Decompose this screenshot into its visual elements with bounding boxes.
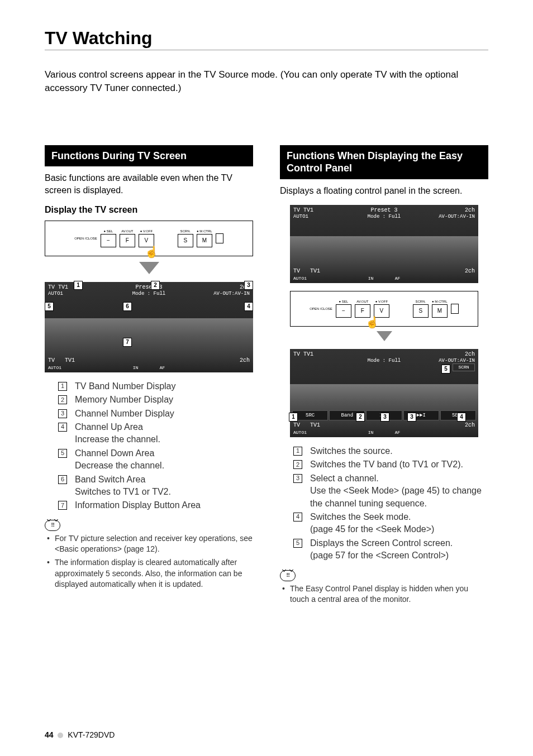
item-1-text: TV Band Number Display (75, 381, 176, 391)
item-5-text: Channel Down Area (75, 448, 154, 458)
lbl-scrn: SCRN. (180, 229, 191, 233)
sc-bot-2ch: 2ch (240, 357, 250, 363)
scrn-button[interactable]: SCRN (453, 363, 475, 371)
button-panel-diagram: OPEN /CLOSE ● SEL− AV.OUTF ● V.OFFV SCRN… (45, 221, 253, 274)
lbl-voff: ● V.OFF (140, 229, 153, 233)
item-2-text: Memory Number Display (75, 395, 173, 404)
page-number: 44 (45, 730, 54, 739)
btn-m[interactable]: M (197, 234, 212, 247)
r-callout-4: 4 (457, 413, 466, 422)
item-7-text: Information Display Button Area (75, 500, 201, 510)
model-number: KVT-729DVD (68, 730, 115, 739)
right-column: Functions When Displaying the Easy Contr… (280, 145, 488, 607)
ritem-5-sub: (page 57 for the <Screen Control>) (310, 549, 488, 562)
r2-bot-tv: TV (293, 422, 300, 428)
r2-ch: 2ch (465, 351, 475, 357)
sc-mode: Mode : Full (48, 291, 250, 296)
num-5: 5 (58, 449, 67, 458)
right-note-1: The Easy Control Panel display is hidden… (282, 583, 488, 605)
lbl2-voff: ● V.OFF (375, 300, 388, 303)
item-4-text: Channel Up Area (75, 422, 143, 432)
ritem-1-text: Switches the source. (310, 446, 393, 456)
num-2: 2 (58, 395, 67, 404)
r-callout-2: 2 (356, 413, 365, 422)
btn-s[interactable]: S (178, 234, 193, 247)
lbl-avout: AV.OUT (121, 229, 133, 233)
btn2-v[interactable]: V (374, 304, 389, 318)
lbl2-sel: ● SEL (339, 300, 349, 303)
left-section-header: Functions During TV Screen (45, 145, 253, 167)
r2-bot-2ch: 2ch (465, 422, 475, 428)
page-footer: 44 KVT-729DVD (45, 730, 115, 739)
page-title: TV Watching (45, 28, 488, 50)
r-callout-3b: 3 (407, 413, 416, 422)
ritem-3-sub: Use the <Seek Mode> (page 45) to change … (310, 485, 488, 510)
left-lead: Basic functions are available even when … (45, 172, 253, 197)
callout-7: 7 (123, 338, 132, 347)
callout-5: 5 (45, 302, 54, 311)
r-callout-1: 1 (289, 413, 298, 422)
rnum-5: 5 (293, 539, 302, 548)
item-6-sub: Switches to TV1 or TV2. (75, 486, 253, 498)
rnum-2: 2 (293, 460, 302, 469)
left-item-list: 1TV Band Number Display 2Memory Number D… (58, 380, 253, 512)
lbl2-open: OPEN /CLOSE (310, 307, 332, 310)
left-subhead: Display the TV screen (45, 205, 253, 215)
sc-in: IN (133, 365, 139, 370)
footer-dot-icon (58, 733, 63, 738)
lbl-mctrl: ● M.CTRL (197, 229, 212, 233)
ritem-4-sub: (page 45 for the <Seek Mode>) (310, 523, 488, 535)
item-3-text: Channel Number Display (75, 409, 174, 418)
arrow-down-icon (139, 262, 159, 274)
lbl-open: OPEN /CLOSE (74, 237, 97, 240)
item-5-sub: Decrease the channel. (75, 460, 253, 472)
btn2-m[interactable]: M (432, 304, 448, 318)
r2-af: AF (395, 430, 401, 435)
item-6-text: Band Switch Area (75, 475, 145, 484)
btn-minus[interactable]: − (101, 234, 116, 247)
right-screen-2: TV TV1 2ch Mode : Full AV-OUT:AV-IN SCRN… (280, 349, 488, 437)
r1-preset: Preset 3 (293, 207, 475, 213)
lbl2-mctrl: ● M.CTRL (432, 300, 448, 303)
callout-4: 4 (244, 302, 253, 311)
num-4: 4 (58, 423, 67, 432)
sc-af: AF (160, 365, 165, 370)
rnum-3: 3 (293, 474, 302, 483)
ritem-3-text: Select a channel. (310, 473, 379, 483)
r-callout-5: 5 (441, 365, 450, 374)
num-6: 6 (58, 475, 67, 484)
r1-mode: Mode : Full (293, 214, 475, 219)
note-icon: ⠿ (45, 520, 60, 531)
btn2-f[interactable]: F (355, 304, 370, 318)
left-note-1: For TV picture selection and receiver ke… (47, 533, 253, 555)
callout-6: 6 (123, 302, 132, 311)
rnum-1: 1 (293, 447, 302, 456)
sc-bot-tv: TV (48, 357, 55, 363)
btn2-minus[interactable]: − (336, 304, 351, 318)
r2-in: IN (368, 430, 374, 435)
callout-1: 1 (74, 281, 83, 290)
right-lead: Displays a floating control panel in the… (280, 185, 488, 197)
note-icon-2: ⠿ (280, 570, 296, 581)
intro-text: Various control screens appear in the TV… (45, 68, 488, 95)
lbl-sel: ● SEL (104, 229, 113, 233)
btn2-s[interactable]: S (413, 304, 429, 318)
lbl2-scrn: SCRN. (416, 300, 426, 303)
callout-3: 3 (244, 281, 253, 290)
ritem-4-text: Switches the Seek mode. (310, 512, 411, 521)
btn-f[interactable]: F (120, 234, 135, 247)
ritem-5-text: Displays the Screen Control screen. (310, 538, 453, 548)
right-section-header: Functions When Displaying the Easy Contr… (280, 145, 488, 179)
btn-v[interactable]: V (139, 234, 154, 247)
rnum-4: 4 (293, 513, 302, 521)
lbl2-avout: AV.OUT (356, 300, 368, 303)
r1-bot-2ch: 2ch (465, 268, 475, 274)
left-note-2: The information display is cleared autom… (47, 557, 253, 590)
num-7: 7 (58, 501, 67, 510)
left-notes: For TV picture selection and receiver ke… (47, 533, 253, 590)
left-column: Functions During TV Screen Basic functio… (45, 145, 253, 607)
r1-af: AF (395, 276, 401, 281)
tv-screen-callout: TV TV1 Preset 3 2ch AUTO1 Mode : Full AV… (45, 282, 253, 372)
r1-bot-tv: TV (293, 268, 300, 274)
num-3: 3 (58, 409, 67, 418)
